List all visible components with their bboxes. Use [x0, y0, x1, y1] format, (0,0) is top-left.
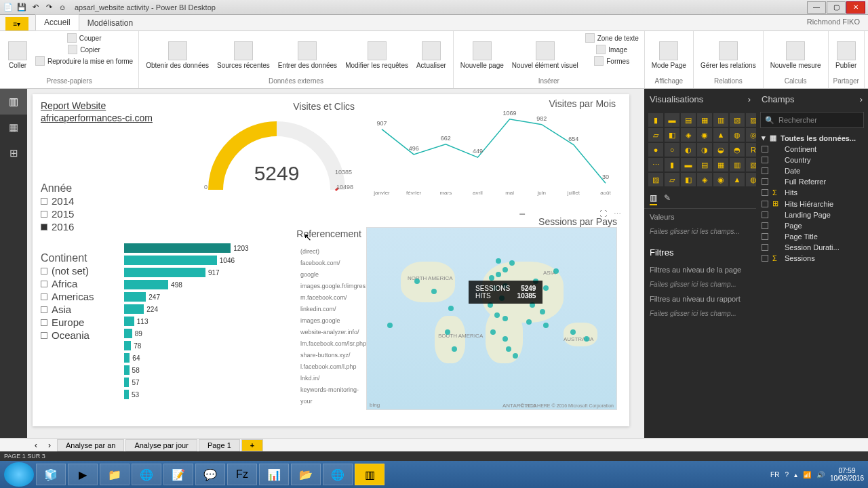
copy-button[interactable]: Copier — [34, 44, 134, 55]
tray-lang[interactable]: FR — [770, 471, 779, 479]
report-canvas[interactable]: Report Website africaperformances-ci.com… — [27, 89, 644, 438]
field-item[interactable]: Full Referrer — [756, 176, 868, 187]
viz-type-icon[interactable]: ◈ — [697, 173, 712, 186]
fields-search[interactable]: 🔍Rechercher — [760, 112, 864, 128]
viz-type-icon[interactable]: ▱ — [665, 173, 679, 186]
field-item[interactable]: Page Title — [756, 231, 868, 242]
manage-relations-button[interactable]: Gérer les relations — [698, 33, 759, 77]
viz-type-icon[interactable]: ▱ — [648, 128, 663, 142]
viz-type-icon[interactable]: ◓ — [730, 143, 745, 157]
gauge-visites-clics[interactable]: Visites et Clics 5249 0 10385 10498 — [192, 101, 361, 202]
taskbar-app[interactable]: 📁 — [100, 464, 130, 485]
page-prev-icon[interactable]: ‹ — [30, 441, 42, 450]
tray-network-icon[interactable]: 📶 — [803, 471, 811, 479]
viz-type-icon[interactable]: ◒ — [713, 143, 728, 157]
map-bubble[interactable] — [494, 312, 500, 318]
tray-volume-icon[interactable]: 🔊 — [816, 471, 825, 479]
map-bubble[interactable] — [540, 309, 545, 314]
map-bubble[interactable] — [509, 260, 515, 266]
taskbar-app[interactable]: 📊 — [259, 464, 289, 485]
viz-type-icon[interactable]: ▦ — [713, 158, 728, 171]
map-bubble[interactable] — [502, 316, 508, 321]
map-bubble[interactable] — [584, 336, 589, 342]
map-bubble[interactable] — [570, 329, 576, 335]
tray-time[interactable]: 07:59 — [830, 467, 864, 474]
paste-button[interactable]: Coller — [4, 33, 31, 77]
viz-type-icon[interactable]: ▧ — [730, 113, 745, 127]
field-item[interactable]: Continent — [756, 144, 868, 155]
qat-undo-icon[interactable]: ↶ — [30, 2, 41, 13]
tray-help-icon[interactable]: ? — [785, 471, 789, 479]
map-bubble[interactable] — [387, 323, 393, 328]
new-page-button[interactable]: Nouvelle page — [458, 33, 507, 77]
data-view-icon[interactable]: ▦ — [0, 115, 27, 140]
qat-redo-icon[interactable]: ↷ — [43, 2, 54, 13]
viz-type-icon[interactable]: ▬ — [681, 158, 696, 171]
viz-type-icon[interactable]: ▥ — [713, 113, 728, 127]
field-item[interactable]: Landing Page — [756, 209, 868, 220]
map-bubble[interactable] — [431, 289, 437, 294]
map-box[interactable]: NORTH AMERICA SOUTH AMERICA ASIA AUSTRAL… — [366, 227, 617, 410]
viz-type-icon[interactable]: ◉ — [713, 173, 728, 186]
taskbar-app-powerbi[interactable]: ▥ — [355, 464, 384, 485]
textbox-button[interactable]: Zone de texte — [584, 33, 640, 43]
field-item[interactable]: ⊞ Hits Hiérarchie — [756, 198, 868, 209]
taskbar-app[interactable]: 🌐 — [132, 464, 161, 485]
taskbar-app[interactable]: 🌐 — [323, 464, 353, 485]
field-item[interactable]: Session Durati... — [756, 242, 868, 253]
tab-accueil[interactable]: Accueil — [35, 14, 79, 30]
model-view-icon[interactable]: ⊞ — [0, 140, 27, 166]
field-item[interactable]: Page — [756, 220, 868, 231]
tray-chevron-icon[interactable]: ▴ — [794, 471, 797, 479]
map-bubble[interactable] — [543, 285, 549, 291]
map-bubble[interactable] — [496, 272, 501, 277]
cut-button[interactable]: Couper — [34, 33, 134, 43]
report-filters-dropzone[interactable]: Faites glisser ici les champ... — [644, 307, 756, 320]
map-bubble[interactable] — [526, 319, 532, 325]
viz-type-icon[interactable]: ▬ — [665, 113, 679, 127]
qat-save-icon[interactable]: 💾 — [16, 2, 27, 13]
taskbar-app[interactable]: 🧊 — [36, 464, 66, 485]
map-bubble[interactable] — [502, 267, 508, 272]
taskbar-app[interactable]: 📝 — [163, 464, 193, 485]
viz-type-icon[interactable]: ○ — [665, 143, 679, 157]
viz-type-icon[interactable]: ◉ — [697, 128, 712, 142]
map-bubble[interactable] — [448, 306, 454, 311]
close-button[interactable]: ✕ — [846, 1, 865, 14]
field-item[interactable]: Σ Hits — [756, 187, 868, 198]
report-view-icon[interactable]: ▥ — [0, 89, 27, 115]
tab-modelisation[interactable]: Modélisation — [79, 16, 141, 30]
table-node[interactable]: ▾▦Toutes les données... — [756, 132, 868, 144]
viz-type-icon[interactable]: ▤ — [681, 113, 696, 127]
format-painter-button[interactable]: Reproduire la mise en forme — [34, 56, 134, 66]
minimize-button[interactable]: — — [807, 1, 826, 14]
file-menu-button[interactable]: ≡▾ — [5, 17, 28, 30]
values-dropzone[interactable]: Faites glisser ici les champs... — [644, 225, 756, 238]
field-item[interactable]: Σ Sessions — [756, 253, 868, 264]
map-bubble[interactable] — [496, 258, 501, 264]
recent-sources-button[interactable]: Sources récentes — [214, 33, 273, 77]
fields-tab-icon[interactable]: ▥ — [650, 193, 657, 205]
collapse-icon[interactable]: › — [748, 94, 751, 104]
map-bubble[interactable] — [452, 346, 457, 352]
map-bubble[interactable] — [553, 268, 559, 274]
image-button[interactable]: Image — [584, 44, 640, 55]
new-visual-button[interactable]: Nouvel élément visuel — [509, 33, 581, 77]
maximize-button[interactable]: ▢ — [827, 1, 846, 14]
viz-type-icon[interactable]: ◐ — [681, 143, 696, 157]
publish-button[interactable]: Publier — [833, 33, 860, 77]
viz-type-icon[interactable]: ▮ — [648, 113, 663, 127]
line-chart-visites-mois[interactable]: Visites par Mois 90749666244910699826543… — [372, 98, 616, 199]
collapse-icon[interactable]: › — [860, 94, 863, 104]
enter-data-button[interactable]: Entrer des données — [275, 33, 340, 77]
field-item[interactable]: Date — [756, 165, 868, 176]
tray-date[interactable]: 10/08/2016 — [830, 474, 864, 482]
get-data-button[interactable]: Obtenir des données — [143, 33, 212, 77]
add-page-button[interactable]: + — [241, 439, 263, 451]
viz-type-icon[interactable]: ● — [648, 143, 663, 157]
new-measure-button[interactable]: Nouvelle mesure — [768, 33, 824, 77]
page-next-icon[interactable]: › — [43, 441, 56, 450]
viz-type-icon[interactable]: ⋯ — [648, 158, 663, 171]
visualization-picker[interactable]: ▮▬▤▦▥▧▨▱◧◈◉▲◍◎●○◐◑◒◓R⋯▮▬▤▦▥▧▨▱◧◈◉▲◍ — [644, 109, 756, 190]
viz-type-icon[interactable]: ◑ — [697, 143, 712, 157]
